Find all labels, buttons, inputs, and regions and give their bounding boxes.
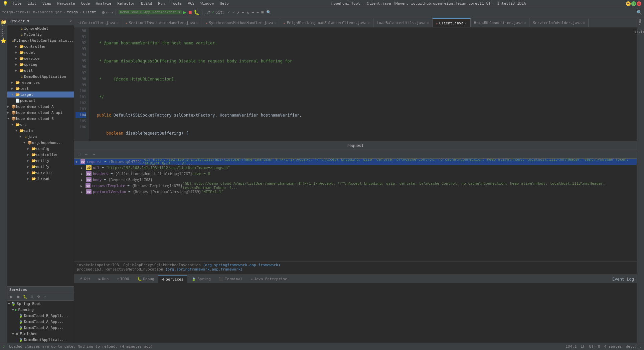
debug-back[interactable]: ← <box>83 152 90 157</box>
back-icon[interactable]: ← <box>106 10 109 15</box>
svc-debug-btn[interactable]: 🐛 <box>22 294 28 300</box>
debug-button-toolbar[interactable]: 🐛 <box>194 10 199 15</box>
event-log-btn[interactable]: Event Log <box>610 277 637 282</box>
git-icon[interactable]: ⎇ <box>205 10 210 15</box>
menu-analyze[interactable]: Analyze <box>93 1 114 6</box>
tab-sentinel[interactable]: ☕ SentinelInvocationHandler.java ✕ <box>122 18 202 27</box>
svc-demo-a1[interactable]: 🍃 DemoCloud_A_App... <box>7 319 74 325</box>
tree-item-test[interactable]: ▶ 📂 test <box>7 85 74 92</box>
favorites-icon[interactable]: ⭐ <box>0 37 7 44</box>
forward-icon[interactable]: → <box>110 10 113 15</box>
tree-item-controller[interactable]: ▶ 📂 controller <box>7 43 74 49</box>
menu-tools[interactable]: Tools <box>168 1 184 6</box>
stop-button[interactable]: ⏹ <box>188 10 192 15</box>
save-view-icon[interactable]: SaView <box>637 28 644 35</box>
menu-code[interactable]: Code <box>78 1 93 6</box>
svc-settings-btn[interactable]: ⚙ <box>35 294 41 300</box>
debug-var-headers[interactable]: ▶ oo headers = {Collections$Unmodifiable… <box>74 171 637 177</box>
stack-link-2[interactable]: (org.springframework.aop.framework) <box>165 267 243 272</box>
debug-var-request[interactable]: ▼ oo request = (Request@14729) "GET http… <box>74 159 637 165</box>
debug-expand-all[interactable]: ⊞ <box>76 151 82 157</box>
tab-java-enterprise[interactable]: ☕ Java Enterprise <box>247 275 291 284</box>
expand-icon[interactable]: ▼ <box>75 160 80 164</box>
menu-navigate[interactable]: Navigate <box>55 1 78 6</box>
tree-item-org[interactable]: ▼ 📦 org.hopehom... <box>7 140 74 146</box>
svc-demo-a2[interactable]: 🍃 DemoCloud_A_App... <box>7 325 74 331</box>
tab-feignblocking[interactable]: ☕ FeignBlockingLoadBalancerClient.java ✕ <box>280 18 373 27</box>
close-button[interactable]: ✕ <box>637 1 641 6</box>
expand-icon[interactable]: ▶ <box>81 166 86 170</box>
tree-item-spring[interactable]: ▶ 📂 spring <box>7 61 74 67</box>
menu-bar[interactable]: File Edit View Navigate Code Analyze Ref… <box>10 1 231 6</box>
tab-close-icon[interactable]: ✕ <box>196 21 198 25</box>
menu-window[interactable]: Window <box>198 1 216 6</box>
project-tree[interactable]: ☕ IgnoreModel ☕ MyConfig ☕ MyImportAutoC… <box>7 25 74 286</box>
tab-close-icon[interactable]: ✕ <box>368 21 370 25</box>
menu-edit[interactable]: Edit <box>25 1 39 6</box>
tree-item-java[interactable]: ▼ ☕ java <box>7 134 74 140</box>
tab-todo[interactable]: ☑ TODO <box>113 275 133 284</box>
svc-finished-group[interactable]: ▼ ⏹ Finished <box>7 331 74 337</box>
tree-item-hope-a-api[interactable]: ▶ 📦 hope-demo-cloud-A-api <box>7 110 74 116</box>
debug-forward[interactable]: → <box>91 152 97 157</box>
bottom-tabs-bar[interactable]: ⎇ Git ▶ Run ☑ TODO 🐛 Debug ⚙ Services 🍃 <box>74 275 637 283</box>
tab-close-icon[interactable]: ✕ <box>117 21 119 25</box>
tree-item-resources[interactable]: ▶ 📂 resources <box>7 79 74 85</box>
menu-build[interactable]: Build <box>138 1 155 6</box>
tree-item-config[interactable]: ▶ 📂 config <box>7 146 74 152</box>
tree-item-controller-b[interactable]: ▶ 📂 controller <box>7 152 74 158</box>
tab-terminal[interactable]: ⬛ Terminal <box>215 275 247 284</box>
tab-debug[interactable]: 🐛 Debug <box>133 275 158 284</box>
project-panel-close[interactable]: ✕ <box>69 19 72 23</box>
tree-item-myconfig[interactable]: ☕ MyConfig <box>7 31 74 37</box>
tree-item-util[interactable]: ▶ 📂 util <box>7 67 74 73</box>
tab-close-icon[interactable]: ✕ <box>583 21 585 25</box>
tree-item-entity[interactable]: ▶ 📂 entity <box>7 158 74 164</box>
tab-run[interactable]: ▶ Run <box>95 275 113 284</box>
code-content[interactable]: * @param hostnameVerifier the host name … <box>89 27 637 141</box>
svc-demoboot[interactable]: 🍃 DemoBootApplicat... <box>7 337 74 343</box>
tree-item-service[interactable]: ▶ 📂 service <box>7 55 74 61</box>
tab-close-icon[interactable]: ✕ <box>465 21 467 25</box>
tab-sync[interactable]: ☕ SynchronousMethodHandler.java ✕ <box>202 18 280 27</box>
svc-demo-b[interactable]: 🍃 DemoCloud_B_Appli... <box>7 313 74 319</box>
minimize-button[interactable]: ─ <box>626 1 631 6</box>
menu-file[interactable]: File <box>10 1 24 6</box>
tab-serviceinfo[interactable]: ServiceInfoHolder.java ✕ <box>529 18 589 27</box>
menu-vcs[interactable]: VCS <box>185 1 197 6</box>
window-controls[interactable]: ─ □ ✕ <box>626 1 641 6</box>
tab-services[interactable]: ⚙ Services <box>158 275 188 284</box>
tab-httpurl[interactable]: HttpURLConnection.java ✕ <box>471 18 530 27</box>
tree-item-pom[interactable]: 📄 pom.xml <box>7 98 74 104</box>
tree-item-demoboot[interactable]: ☕ DemoBootApplication <box>7 73 74 79</box>
tree-item-myimport[interactable]: ☕ MyImportAutoConfiguratio... <box>7 37 74 43</box>
tree-item-model[interactable]: ▶ 📂 model <box>7 49 74 55</box>
tree-item-notify[interactable]: ▶ 📂 notify <box>7 164 74 170</box>
maximize-button[interactable]: □ <box>631 1 636 6</box>
svc-running-group[interactable]: ▼ ▶ Running <box>7 307 74 313</box>
menu-refactor[interactable]: Refactor <box>115 1 138 6</box>
expand-icon[interactable]: ▶ <box>81 172 86 176</box>
tab-close-icon[interactable]: ✕ <box>427 21 429 25</box>
tab-git[interactable]: ⎇ Git <box>74 275 95 284</box>
run-button[interactable]: ▶ <box>183 9 186 15</box>
tree-item-thread[interactable]: ▶ 📂 thread <box>7 176 74 182</box>
tree-item-target[interactable]: ▼ 📂 target <box>7 92 74 98</box>
tree-item-hope-b[interactable]: ▼ 📦 hope-demo-cloud-B <box>7 116 74 122</box>
structure-icon[interactable]: Structure <box>2 28 5 35</box>
svc-stop-btn[interactable]: ⏹ <box>15 294 21 300</box>
menu-help[interactable]: Help <box>217 1 231 6</box>
tab-stcontroller[interactable]: stController.java ✕ <box>74 18 122 27</box>
tab-client[interactable]: ☕ Client.java ✕ <box>433 18 471 27</box>
tree-item-src[interactable]: ▼ 📂 src <box>7 122 74 128</box>
tree-item-hope-a[interactable]: ▶ 📦 hope-demo-cloud-A <box>7 104 74 110</box>
search-everywhere-icon[interactable]: 🔍 <box>636 10 642 15</box>
ant-icon[interactable]: Ant <box>637 19 644 25</box>
tree-item-main[interactable]: ▼ 📂 main <box>7 128 74 134</box>
code-editor[interactable]: 90 91 92 93 94 95 96 97 98 99 100 101 10… <box>74 27 637 141</box>
tab-loadbalancer[interactable]: LoadBalancerUtils.java ✕ <box>373 18 433 27</box>
tree-item-ignore-model[interactable]: ☕ IgnoreModel <box>7 25 74 31</box>
menu-run[interactable]: Run <box>155 1 167 6</box>
expand-icon[interactable]: ▶ <box>81 178 86 182</box>
tab-close-icon[interactable]: ✕ <box>524 21 526 25</box>
